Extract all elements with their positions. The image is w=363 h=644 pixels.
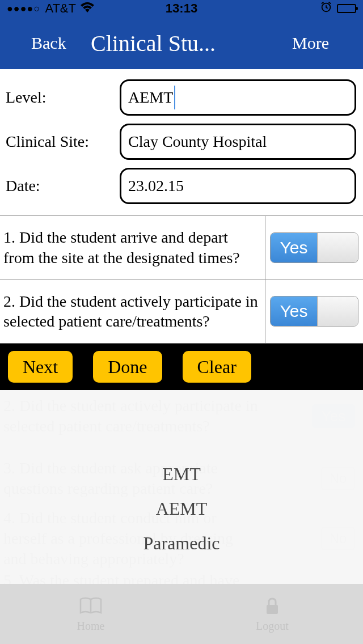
- svg-rect-1: [267, 605, 278, 614]
- signal-dots-icon: ●●●●○: [7, 3, 40, 15]
- page-title: Clinical Stu...: [91, 30, 216, 57]
- tab-home[interactable]: Home: [0, 584, 182, 644]
- date-input[interactable]: 23.02.15: [120, 168, 356, 204]
- more-button[interactable]: More: [292, 33, 329, 53]
- carrier-label: AT&T: [45, 1, 76, 16]
- yes-no-toggle[interactable]: Yes: [270, 296, 358, 327]
- status-bar: ●●●●○ AT&T 13:13: [0, 0, 363, 17]
- book-icon: [78, 596, 103, 618]
- back-button[interactable]: Back: [31, 33, 66, 53]
- picker-action-bar: Next Done Clear: [0, 344, 363, 390]
- question-row: 2. Did the student actively participate …: [0, 280, 363, 344]
- form-section: Level: AEMT Clinical Site: Clay County H…: [0, 69, 363, 204]
- alarm-icon: [320, 1, 332, 16]
- next-button[interactable]: Next: [8, 351, 73, 383]
- date-label: Date:: [3, 177, 120, 195]
- battery-icon: [337, 4, 356, 13]
- question-text: 1. Did the student arrive and depart fro…: [0, 216, 265, 279]
- question-list: 1. Did the student arrive and depart fro…: [0, 215, 363, 344]
- clock-time: 13:13: [166, 1, 197, 16]
- lock-icon: [260, 596, 285, 618]
- picker-option[interactable]: EMT: [162, 464, 201, 485]
- tab-label: Home: [77, 620, 105, 633]
- yes-no-toggle[interactable]: Yes: [270, 232, 358, 263]
- clinical-site-label: Clinical Site:: [3, 133, 120, 151]
- picker-option[interactable]: Paramedic: [143, 533, 220, 554]
- done-button[interactable]: Done: [93, 351, 162, 383]
- clear-button[interactable]: Clear: [183, 351, 251, 383]
- picker-option[interactable]: AEMT: [156, 498, 208, 519]
- tab-label: Logout: [256, 620, 289, 633]
- clinical-site-input[interactable]: Clay County Hospital: [120, 124, 356, 160]
- tab-logout[interactable]: Logout: [182, 584, 363, 644]
- question-text: 2. Did the student actively participate …: [0, 280, 265, 344]
- nav-bar: Back Clinical Stu... More: [0, 17, 363, 69]
- level-input[interactable]: AEMT: [120, 79, 356, 116]
- question-row: 1. Did the student arrive and depart fro…: [0, 216, 363, 280]
- level-label: Level:: [3, 88, 120, 107]
- tab-bar: Home Logout: [0, 584, 363, 644]
- wifi-icon: [81, 1, 94, 16]
